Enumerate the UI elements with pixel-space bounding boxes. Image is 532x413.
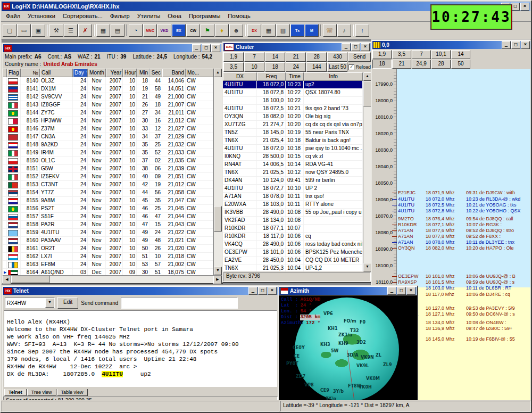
bandmap-window-titlebar[interactable]: 0,0 _ □ × xyxy=(372,41,530,49)
cluster-row[interactable]: R10KDR18 117,010:06cq xyxy=(223,233,363,241)
close-button[interactable]: × xyxy=(361,43,370,51)
grid-a-button[interactable]: ▦ xyxy=(262,24,276,37)
log-table-row[interactable]: 8154YT7Z24Nov200710445621,058CW xyxy=(3,189,213,197)
scroll-thumb[interactable] xyxy=(363,81,371,106)
band-button[interactable]: 7 xyxy=(244,52,264,62)
reload-checkbox[interactable]: ✓Reload xyxy=(348,62,371,72)
maximize-button[interactable]: □ xyxy=(397,287,406,295)
flag-button[interactable]: ⚑ xyxy=(201,24,214,37)
band-button[interactable]: 24,9 xyxy=(412,60,431,69)
cluster-vertical-scrollbar[interactable]: ▲ ▼ xyxy=(363,72,371,271)
bandmap-spot[interactable]: E21EJC18 071,9 Mhz09:31 de DJ9CW : with xyxy=(392,190,515,195)
scroll-left-icon[interactable]: ◀ xyxy=(3,276,11,284)
band-button[interactable]: 18 xyxy=(372,60,392,69)
log-table-row[interactable]: 8142SV9CVV24Nov200710214921,000CW xyxy=(3,93,213,101)
scroll-track[interactable] xyxy=(363,81,371,263)
cluster-row[interactable]: TN6X21 025,510:12now QSY 24895.0 xyxy=(223,169,363,177)
log-col-header[interactable]: Sec xyxy=(149,69,162,77)
cluster-row[interactable]: A71AN18 078,010:11tnx qso! xyxy=(223,193,363,201)
log-table-row[interactable]: 81489A2KD24Nov200710352521,032CW xyxy=(3,141,213,149)
command-input[interactable] xyxy=(121,297,238,309)
bandmap-spot[interactable]: OY3QN18 082,0 Mhz10:20 de HA7PO : Ole xyxy=(392,245,514,251)
band-button[interactable]: 10,1 xyxy=(431,50,451,59)
band-button[interactable]: 3,5 xyxy=(392,50,411,59)
log-table-row[interactable]: 8141DX1M24Nov200710195814,051CW xyxy=(3,85,213,93)
band-button[interactable]: 10 xyxy=(244,62,264,72)
scroll-right-icon[interactable]: ▶ xyxy=(213,276,222,284)
cw-button[interactable]: CW xyxy=(186,24,200,37)
band-button[interactable]: 50 xyxy=(451,60,470,69)
log-table-row[interactable]: 8149IR4M24Nov200710355221,033CW xyxy=(3,149,213,157)
band-button[interactable]: 14 xyxy=(265,52,285,62)
close-button[interactable]: × xyxy=(406,287,415,295)
cluster-row[interactable]: TN5Z18 145,010:1955 near Paris TNX xyxy=(223,129,363,137)
band-button[interactable]: 430 xyxy=(327,52,347,62)
close-button[interactable]: × xyxy=(520,3,529,11)
log-col-header[interactable]: Day ▼ xyxy=(73,69,88,77)
menu-item[interactable]: Сортировать... xyxy=(59,12,106,20)
bandmap-spot[interactable]: 4U1ITU18 072,0 Mhz10:23 de RL3DA-@ : wkd xyxy=(392,196,520,202)
bandmap-spot[interactable]: A71AN18 077,8 Mhz09:52 de F8XX : xyxy=(392,234,501,239)
cluster-row[interactable]: 4U1ITU18 072,010:23up2 xyxy=(223,81,363,89)
cluster-row[interactable]: 4U1ITU18 072,810:22QSX 18074.80 xyxy=(223,89,363,97)
log-table-row[interactable]: 81559A8M24Nov200710453521,047CW xyxy=(3,197,213,205)
log-table-row[interactable]: 8156PS2T24Nov200710462521,045CW xyxy=(3,205,213,213)
minimize-button[interactable]: _ xyxy=(248,287,257,295)
clock-button[interactable]: ◔ xyxy=(129,24,143,37)
log-col-header[interactable] xyxy=(3,69,7,77)
last50-button[interactable]: Last 50 xyxy=(327,62,347,72)
bandmap-spot[interactable]: 9M2TO18 076,4 Mhz09:54 de DJ8QQ : call xyxy=(392,216,513,221)
bandmap-spot[interactable]: R10KDR18 077,1 Mhz10:07 de RG3K : xyxy=(392,222,502,227)
scroll-up-icon[interactable]: ▲ xyxy=(214,69,222,77)
band-button[interactable]: 1,9 xyxy=(372,50,392,59)
tools-button[interactable]: ⚒ xyxy=(49,24,63,37)
delete-button[interactable]: ✗ xyxy=(78,24,92,37)
band-button[interactable]: 14 xyxy=(451,50,470,59)
log-window-titlebar[interactable]: HX _ □ × xyxy=(3,44,221,52)
sound-button[interactable]: ♪ xyxy=(337,24,351,37)
telnet-button[interactable]: ☏ xyxy=(323,24,337,37)
cluster-col-header[interactable]: Freq xyxy=(257,72,286,81)
log-table-row[interactable]: 8162LX7I24Nov200710511021,018CW xyxy=(3,253,213,261)
minimize-button[interactable]: _ xyxy=(502,41,511,49)
cluster-row[interactable]: I0KNQ28 500,010:15cq vk zl xyxy=(223,153,363,161)
chevron-down-icon[interactable]: ▼ xyxy=(45,298,54,308)
log-table-row[interactable]: 8147CN3A24Nov200710343721,029CW xyxy=(3,133,213,141)
cluster-row[interactable]: OE3EPW18 101,010:06BPSK125 Pez Muenchend… xyxy=(223,249,363,257)
cluster-row[interactable]: TN6X21 025,410:18Baldur is back agn! xyxy=(223,137,363,145)
cluster-row[interactable]: EA2VE28 450,010:04CQ CQ DX 10 METER xyxy=(223,257,363,265)
cluster-row[interactable]: 4U1ITU18 072,010:18pse qsy to 10.1040 mc… xyxy=(223,145,363,153)
log-table-row[interactable]: 8146Z37M24Nov200710331221,027CW xyxy=(3,125,213,133)
log-col-header[interactable]: Flag xyxy=(7,69,21,77)
menu-item[interactable]: Утилиты xyxy=(134,12,164,20)
cluster-row[interactable]: OY3QN18 082,010:20Ole big sig xyxy=(223,113,363,121)
log-col-header[interactable]: Hour xyxy=(123,69,137,77)
cluster-row[interactable]: 18 100,010:22 xyxy=(223,97,363,105)
maximize-button[interactable]: □ xyxy=(511,41,520,49)
band-button[interactable]: 7 xyxy=(412,50,431,59)
bandmap-spot[interactable]: A71AN18 078,0 Mhz10:11 de DL3YEE : tnx xyxy=(392,239,514,245)
log-table-row[interactable]: 8152IZ5EKV24Nov200710400921,051CW xyxy=(3,173,213,181)
menu-item[interactable]: Окна xyxy=(164,12,185,20)
tx-button[interactable]: Tx xyxy=(290,24,304,37)
log-table-row[interactable]: 8140OL3Z24Nov200710184414,046CW xyxy=(3,77,213,85)
scroll-thumb[interactable] xyxy=(11,276,49,283)
ex-button[interactable]: EX xyxy=(172,24,186,37)
scroll-track[interactable] xyxy=(214,77,222,267)
log-grid-button[interactable]: ▦ xyxy=(96,24,110,37)
map-button[interactable]: M xyxy=(305,24,319,37)
cluster-row[interactable]: IK3VBB28 490,010:0855 op Joe,,paul i cop… xyxy=(223,209,363,217)
cluster-row[interactable]: R10KDR18 077,110:07 xyxy=(223,225,363,233)
tab-table-view[interactable]: Table view xyxy=(57,389,88,396)
telnet-window-titlebar[interactable]: HX Telnet _ □ × xyxy=(3,287,278,295)
cluster-col-header[interactable]: DX xyxy=(223,72,257,81)
log-col-header[interactable]: Call xyxy=(40,69,73,77)
bandmap-spot[interactable]: A71AN18 077,6 Mhz09:52 de DJ8QQ : stro xyxy=(392,228,514,233)
band-button[interactable]: 21 xyxy=(392,60,411,69)
log-table-row[interactable]: 81594U1ITU24Nov200710492421,022CW xyxy=(3,229,213,237)
log-table-row[interactable]: 8145HP3WW24Nov200710301621,012CW xyxy=(3,117,213,125)
tab-telnet[interactable]: Telnet xyxy=(4,389,27,396)
log-col-header[interactable]: Min xyxy=(137,69,149,77)
band-button[interactable]: 28 xyxy=(306,52,327,62)
band-button[interactable]: 24 xyxy=(286,62,306,72)
